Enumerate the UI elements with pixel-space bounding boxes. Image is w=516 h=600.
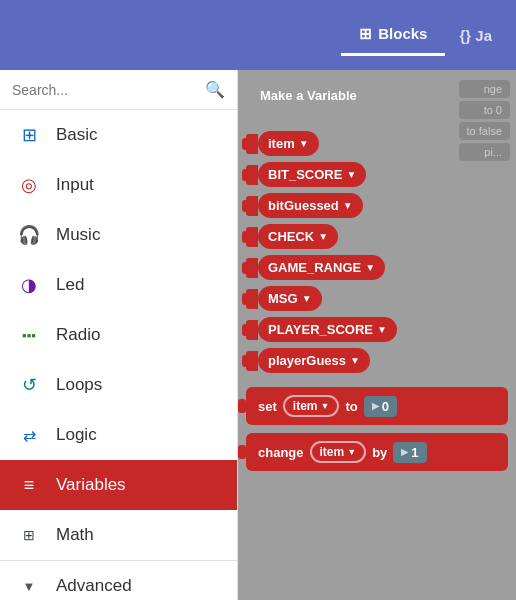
var-name-msg: MSG: [268, 291, 298, 306]
logic-icon: ⇄: [16, 422, 42, 448]
change-block-container: change item ▼ by 1: [246, 433, 508, 471]
sidebar-item-music[interactable]: 🎧 Music: [0, 210, 237, 260]
dropdown-arrow-playerscore: ▼: [377, 324, 387, 335]
js-tab[interactable]: {} Ja: [445, 17, 506, 54]
dropdown-arrow-bitguessed: ▼: [343, 200, 353, 211]
sidebar-item-radio[interactable]: ▪▪▪ Radio: [0, 310, 237, 360]
var-pill-item[interactable]: item ▼: [258, 131, 319, 156]
sidebar-item-input[interactable]: ◎ Input: [0, 160, 237, 210]
js-tab-label: {} Ja: [459, 27, 492, 44]
set-prefix: set: [258, 399, 277, 414]
change-item-block[interactable]: change item ▼ by 1: [246, 433, 508, 471]
var-block-gamerange: GAME_RANGE ▼: [246, 255, 508, 280]
led-icon: ◑: [16, 272, 42, 298]
sidebar: 🔍 ⊞ Basic ◎ Input 🎧 Music ◑ Led ▪▪▪ Radi…: [0, 70, 238, 600]
sidebar-item-led-label: Led: [56, 275, 84, 295]
sidebar-item-advanced[interactable]: ▼ Advanced: [0, 560, 237, 600]
change-var-pill[interactable]: item ▼: [310, 441, 367, 463]
var-name-playerscore: PLAYER_SCORE: [268, 322, 373, 337]
var-block-msg: MSG ▼: [246, 286, 508, 311]
block-notch-check: [246, 227, 258, 247]
block-notch-playerscore: [246, 320, 258, 340]
sidebar-item-radio-label: Radio: [56, 325, 100, 345]
block-notch-item: [246, 134, 258, 154]
block-notch-gamerange: [246, 258, 258, 278]
sidebar-item-loops-label: Loops: [56, 375, 102, 395]
blocks-icon: ⊞: [359, 25, 372, 43]
var-name-bitguessed: bitGuessed: [268, 198, 339, 213]
sidebar-item-variables-label: Variables: [56, 475, 126, 495]
sidebar-item-music-label: Music: [56, 225, 100, 245]
set-value: 0: [382, 399, 389, 414]
blocks-tab-label: Blocks: [378, 25, 427, 42]
radio-icon: ▪▪▪: [16, 322, 42, 348]
dropdown-arrow-check: ▼: [318, 231, 328, 242]
loops-icon: ↺: [16, 372, 42, 398]
dropdown-arrow-msg: ▼: [302, 293, 312, 304]
block-notch-msg: [246, 289, 258, 309]
sidebar-item-math[interactable]: ⊞ Math: [0, 510, 237, 560]
input-icon: ◎: [16, 172, 42, 198]
set-var-arrow: ▼: [320, 401, 329, 411]
dropdown-arrow-playerguess: ▼: [350, 355, 360, 366]
dropdown-arrow-item: ▼: [299, 138, 309, 149]
search-box: 🔍: [0, 70, 237, 110]
make-variable-button[interactable]: Make a Variable: [246, 80, 371, 111]
change-var-name: item: [320, 445, 345, 459]
var-pill-playerguess[interactable]: playerGuess ▼: [258, 348, 370, 373]
music-icon: 🎧: [16, 222, 42, 248]
set-var-name: item: [293, 399, 318, 413]
math-icon: ⊞: [16, 522, 42, 548]
sidebar-item-basic-label: Basic: [56, 125, 98, 145]
var-name-item: item: [268, 136, 295, 151]
dropdown-arrow-gamerange: ▼: [365, 262, 375, 273]
search-input[interactable]: [12, 82, 197, 98]
var-name-playerguess: playerGuess: [268, 353, 346, 368]
variable-blocks-list: item ▼ BIT_SCORE ▼ bitGuessed ▼: [246, 131, 508, 373]
advanced-icon: ▼: [16, 573, 42, 599]
header: ⊞ Blocks {} Ja: [0, 0, 516, 70]
sidebar-item-basic[interactable]: ⊞ Basic: [0, 110, 237, 160]
var-block-bitguessed: bitGuessed ▼: [246, 193, 508, 218]
sidebar-item-advanced-label: Advanced: [56, 576, 132, 596]
set-var-pill[interactable]: item ▼: [283, 395, 340, 417]
var-pill-playerscore[interactable]: PLAYER_SCORE ▼: [258, 317, 397, 342]
set-block-container: set item ▼ to 0: [246, 387, 508, 425]
search-icon: 🔍: [205, 80, 225, 99]
bg-faded-blocks: nge to 0 to false pi...: [459, 80, 510, 164]
set-value-box[interactable]: 0: [364, 396, 397, 417]
sidebar-item-logic-label: Logic: [56, 425, 97, 445]
var-pill-bitguessed[interactable]: bitGuessed ▼: [258, 193, 363, 218]
change-value-box[interactable]: 1: [393, 442, 426, 463]
dropdown-arrow-bitscore: ▼: [346, 169, 356, 180]
blocks-tab[interactable]: ⊞ Blocks: [341, 15, 445, 56]
sidebar-item-input-label: Input: [56, 175, 94, 195]
var-pill-gamerange[interactable]: GAME_RANGE ▼: [258, 255, 385, 280]
block-notch-playerguess: [246, 351, 258, 371]
block-notch-bitscore: [246, 165, 258, 185]
variables-icon: ≡: [16, 472, 42, 498]
basic-icon: ⊞: [16, 122, 42, 148]
var-block-playerguess: playerGuess ▼: [246, 348, 508, 373]
main-layout: 🔍 ⊞ Basic ◎ Input 🎧 Music ◑ Led ▪▪▪ Radi…: [0, 70, 516, 600]
var-block-bitscore: BIT_SCORE ▼: [246, 162, 508, 187]
change-prefix: change: [258, 445, 304, 460]
sidebar-item-logic[interactable]: ⇄ Logic: [0, 410, 237, 460]
var-pill-bitscore[interactable]: BIT_SCORE ▼: [258, 162, 366, 187]
block-notch-bitguessed: [246, 196, 258, 216]
set-item-block[interactable]: set item ▼ to 0: [246, 387, 508, 425]
var-name-check: CHECK: [268, 229, 314, 244]
var-block-playerscore: PLAYER_SCORE ▼: [246, 317, 508, 342]
set-separator: to: [345, 399, 357, 414]
sidebar-item-led[interactable]: ◑ Led: [0, 260, 237, 310]
blocks-panel: nge to 0 to false pi... Make a Variable …: [238, 70, 516, 600]
change-var-arrow: ▼: [347, 447, 356, 457]
sidebar-item-variables[interactable]: ≡ Variables: [0, 460, 237, 510]
sidebar-item-loops[interactable]: ↺ Loops: [0, 360, 237, 410]
var-pill-check[interactable]: CHECK ▼: [258, 224, 338, 249]
var-pill-msg[interactable]: MSG ▼: [258, 286, 322, 311]
var-name-gamerange: GAME_RANGE: [268, 260, 361, 275]
change-separator: by: [372, 445, 387, 460]
var-name-bitscore: BIT_SCORE: [268, 167, 342, 182]
sidebar-item-math-label: Math: [56, 525, 94, 545]
